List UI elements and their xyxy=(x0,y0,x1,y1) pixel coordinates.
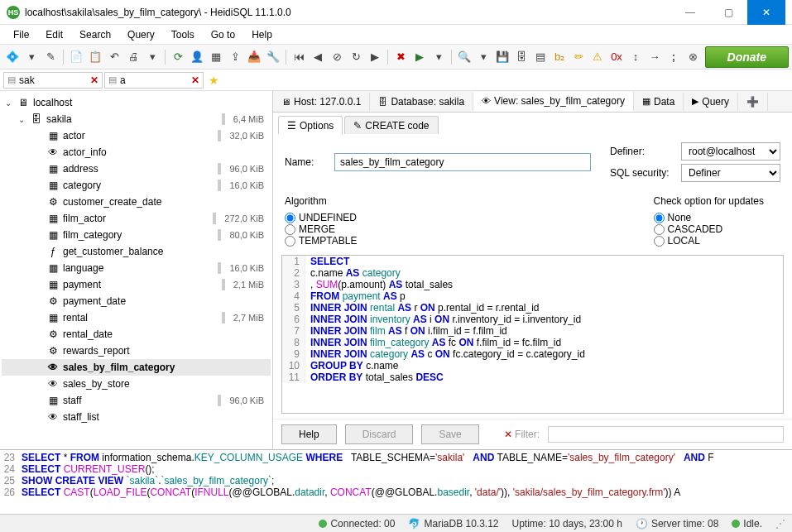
dropdown-icon[interactable]: ▾ xyxy=(22,48,41,66)
algorithm-option-undefined[interactable]: UNDEFINED xyxy=(285,212,357,223)
tree-item-film-category[interactable]: ▦film_category80,0 KiB xyxy=(2,227,271,243)
close-button[interactable]: ✕ xyxy=(747,0,785,25)
table-icon[interactable]: ▦ xyxy=(207,48,225,66)
next-icon[interactable]: ▶ xyxy=(366,48,384,66)
col-icon[interactable]: b₂ xyxy=(550,48,569,66)
expander-icon[interactable]: ⌄ xyxy=(18,115,30,124)
first-icon[interactable]: ⏮ xyxy=(290,48,308,66)
sql-code-line[interactable]: FROM payment AS p xyxy=(305,290,406,302)
radio-input[interactable] xyxy=(654,236,665,247)
dropdown-icon[interactable]: ▾ xyxy=(474,48,492,66)
warn-icon[interactable]: ⚠ xyxy=(588,48,607,66)
menu-go-to[interactable]: Go to xyxy=(203,27,243,42)
radio-input[interactable] xyxy=(654,213,665,223)
cancel-icon[interactable]: ✖ xyxy=(391,48,410,66)
filter-tab[interactable]: ▤ sak ✕ xyxy=(3,72,103,89)
menu-search[interactable]: Search xyxy=(71,27,119,42)
tree-item-rewards-report[interactable]: ⚙rewards_report xyxy=(2,343,271,359)
tree-item-language[interactable]: ▦language16,0 KiB xyxy=(2,260,271,276)
tree-item-customer-create-date[interactable]: ⚙customer_create_date xyxy=(2,194,271,210)
sql-code-line[interactable]: INNER JOIN rental AS r ON p.rental_id = … xyxy=(305,302,540,314)
tree-item-rental-date[interactable]: ⚙rental_date xyxy=(2,326,271,343)
tree-item-get-customer-balance[interactable]: ƒget_customer_balance xyxy=(2,243,271,260)
tree-item-payment[interactable]: ▦payment2,1 MiB xyxy=(2,276,271,293)
menu-tools[interactable]: Tools xyxy=(163,27,203,42)
export-icon[interactable]: ⇪ xyxy=(226,48,244,66)
tree-item-sakila[interactable]: ⌄🗄sakila6,4 MiB xyxy=(2,111,271,127)
save-button[interactable]: Save xyxy=(421,424,478,444)
radio-input[interactable] xyxy=(285,213,295,223)
subtab-create-code[interactable]: ✎CREATE code xyxy=(344,116,438,134)
sql-code-line[interactable]: c.name AS category xyxy=(305,267,401,279)
edit-icon[interactable]: ✎ xyxy=(41,48,60,66)
new-session-icon[interactable]: 💠 xyxy=(3,48,22,66)
undo-icon[interactable]: ↶ xyxy=(105,48,123,66)
tree-item-actor[interactable]: ▦actor32,0 KiB xyxy=(2,127,271,144)
menu-edit[interactable]: Edit xyxy=(37,27,71,42)
copy-icon[interactable]: 📄 xyxy=(67,48,85,66)
subtab-options[interactable]: ☰Options xyxy=(278,116,343,134)
sql-code-line[interactable]: INNER JOIN inventory AS i ON r.inventory… xyxy=(305,314,581,325)
tree-item-sales-by-film-category[interactable]: 👁sales_by_film_category xyxy=(2,359,271,376)
tree-item-localhost[interactable]: ⌄🖥localhost xyxy=(2,94,271,111)
prev-icon[interactable]: ◀ xyxy=(309,48,327,66)
tab-query[interactable]: ▶Query xyxy=(684,93,738,111)
filter-tab[interactable]: ▤ a ✕ xyxy=(104,72,204,89)
sql-code-line[interactable]: INNER JOIN film_category AS fc ON f.film… xyxy=(305,337,561,348)
object-tree[interactable]: ⌄🖥localhost⌄🗄sakila6,4 MiB▦actor32,0 KiB… xyxy=(0,91,273,449)
minimize-button[interactable]: — xyxy=(671,0,709,25)
expander-icon[interactable]: ⌄ xyxy=(5,98,17,108)
security-select[interactable]: Definer xyxy=(681,164,780,182)
menu-query[interactable]: Query xyxy=(119,27,163,42)
tree-item-actor-info[interactable]: 👁actor_info xyxy=(2,144,271,161)
refresh-icon[interactable]: ⟳ xyxy=(169,48,187,66)
sql-code-line[interactable]: INNER JOIN film AS f ON i.film_id = f.fi… xyxy=(305,325,507,337)
tree-item-film-actor[interactable]: ▦film_actor272,0 KiB xyxy=(2,210,271,227)
check-option-cascaded[interactable]: CASCADED xyxy=(654,223,764,235)
check-option-local[interactable]: LOCAL xyxy=(654,235,764,247)
stop-icon[interactable]: ⊘ xyxy=(328,48,346,66)
refresh2-icon[interactable]: ↻ xyxy=(347,48,365,66)
grid-icon[interactable]: ▤ xyxy=(531,48,550,66)
algorithm-option-temptable[interactable]: TEMPTABLE xyxy=(285,235,357,247)
new-tab-button[interactable]: ➕ xyxy=(738,93,768,111)
tools-icon[interactable]: 🔧 xyxy=(264,48,282,66)
discard-button[interactable]: Discard xyxy=(345,424,414,444)
radio-input[interactable] xyxy=(654,224,665,235)
sql-code-line[interactable]: INNER JOIN category AS c ON fc.category_… xyxy=(305,348,585,360)
paste-icon[interactable]: 📋 xyxy=(86,48,104,66)
dropdown-icon[interactable]: ▾ xyxy=(430,48,448,66)
user-icon[interactable]: 👤 xyxy=(188,48,206,66)
pencil-icon[interactable]: ✏ xyxy=(569,48,588,66)
favorite-icon[interactable]: ★ xyxy=(209,74,219,87)
radio-input[interactable] xyxy=(285,224,295,235)
check-option-none[interactable]: None xyxy=(654,212,764,223)
print-icon[interactable]: 🖨 xyxy=(124,48,142,66)
tab-database-sakila[interactable]: 🗄Database: sakila xyxy=(370,93,473,111)
close-tab-icon[interactable]: ⊗ xyxy=(684,48,702,66)
tab-data[interactable]: ▦Data xyxy=(634,93,684,111)
filter-input[interactable] xyxy=(548,426,784,443)
tree-item-sales-by-store[interactable]: 👁sales_by_store xyxy=(2,376,271,392)
help-button[interactable]: Help xyxy=(281,424,337,444)
saveall-icon[interactable]: 🗄 xyxy=(512,48,530,66)
dropdown-icon[interactable]: ▾ xyxy=(143,48,161,66)
run-icon[interactable]: ▶ xyxy=(410,48,429,66)
save-icon[interactable]: 💾 xyxy=(493,48,511,66)
sort-icon[interactable]: ↕ xyxy=(626,48,645,66)
sql-log[interactable]: 23SELECT * FROM information_schema.KEY_C… xyxy=(0,449,792,514)
hex-icon[interactable]: 0x xyxy=(607,48,626,66)
tab-view-sales-by-film-category[interactable]: 👁View: sales_by_film_category xyxy=(473,92,634,112)
tree-item-staff[interactable]: ▦staff96,0 KiB xyxy=(2,392,271,409)
sql-code-line[interactable]: ORDER BY total_sales DESC xyxy=(305,371,444,383)
tree-item-address[interactable]: ▦address96,0 KiB xyxy=(2,161,271,177)
menu-file[interactable]: File xyxy=(5,27,37,42)
import-icon[interactable]: 📥 xyxy=(245,48,263,66)
sql-editor[interactable]: 1SELECT2c.name AS category3, SUM(p.amoun… xyxy=(281,255,784,414)
sql-code-line[interactable]: SELECT xyxy=(305,256,349,267)
tree-item-staff-list[interactable]: 👁staff_list xyxy=(2,409,271,425)
radio-input[interactable] xyxy=(285,236,295,247)
tree-item-rental[interactable]: ▦rental2,7 MiB xyxy=(2,309,271,326)
definer-select[interactable]: root@localhost xyxy=(681,142,780,161)
sql-code-line[interactable]: , SUM(p.amount) AS total_sales xyxy=(305,279,453,290)
